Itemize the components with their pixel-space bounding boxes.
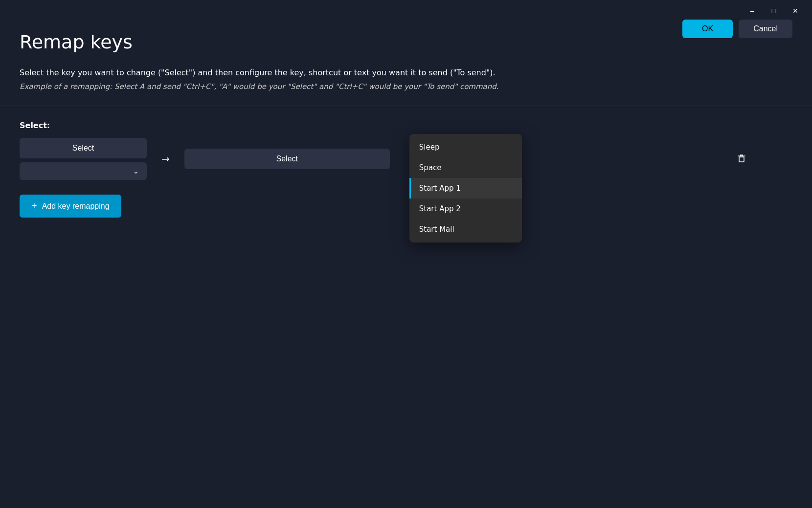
- arrow-icon: →: [157, 147, 175, 171]
- ok-button[interactable]: OK: [682, 20, 733, 38]
- remap-keys-window: – □ ✕ OK Cancel Remap keys Select the ke…: [0, 0, 812, 508]
- to-send-button[interactable]: Select: [184, 149, 390, 169]
- chevron-down-icon: ⌄: [133, 167, 139, 175]
- to-send-col: Select: [184, 149, 390, 169]
- description-text: Select the key you want to change ("Sele…: [20, 67, 792, 78]
- maximize-button[interactable]: □: [765, 4, 783, 18]
- dropdown-item-start-app-1[interactable]: Start App 1: [409, 178, 522, 199]
- divider: [0, 106, 812, 106]
- dropdown-item-start-mail[interactable]: Start Mail: [409, 219, 522, 240]
- dropdown-item-start-app-2[interactable]: Start App 2: [409, 199, 522, 219]
- cancel-button[interactable]: Cancel: [739, 20, 792, 38]
- close-button[interactable]: ✕: [787, 4, 804, 18]
- trash-icon: [736, 153, 747, 163]
- plus-icon: +: [31, 200, 37, 212]
- remap-row: Select ⌄ → Select Sleep Space: [20, 138, 792, 180]
- dropdown-menu: Sleep Space Start App 1 Start App 2 Star…: [409, 134, 522, 243]
- column-headers: Select:: [20, 121, 792, 130]
- add-button-label: Add key remapping: [42, 202, 110, 211]
- select-col: Select ⌄: [20, 138, 147, 180]
- select-dropdown-button[interactable]: ⌄: [20, 162, 147, 180]
- title-bar: – □ ✕: [0, 0, 812, 22]
- select-col-header: Select:: [20, 121, 166, 130]
- select-key-button[interactable]: Select: [20, 138, 147, 158]
- dropdown-item-sleep[interactable]: Sleep: [409, 137, 522, 157]
- to-send-area: Select Sleep Space Start App 1 Start App…: [184, 149, 751, 170]
- header-actions: OK Cancel: [682, 20, 792, 38]
- delete-remap-button[interactable]: [732, 149, 751, 170]
- description-example: Example of a remapping: Select A and sen…: [20, 82, 792, 91]
- main-content: Remap keys Select the key you want to ch…: [0, 22, 812, 508]
- dropdown-item-space[interactable]: Space: [409, 157, 522, 178]
- page-title: Remap keys: [20, 31, 792, 53]
- add-key-remapping-button[interactable]: + Add key remapping: [20, 195, 121, 218]
- svg-rect-0: [739, 157, 744, 162]
- minimize-button[interactable]: –: [744, 4, 761, 18]
